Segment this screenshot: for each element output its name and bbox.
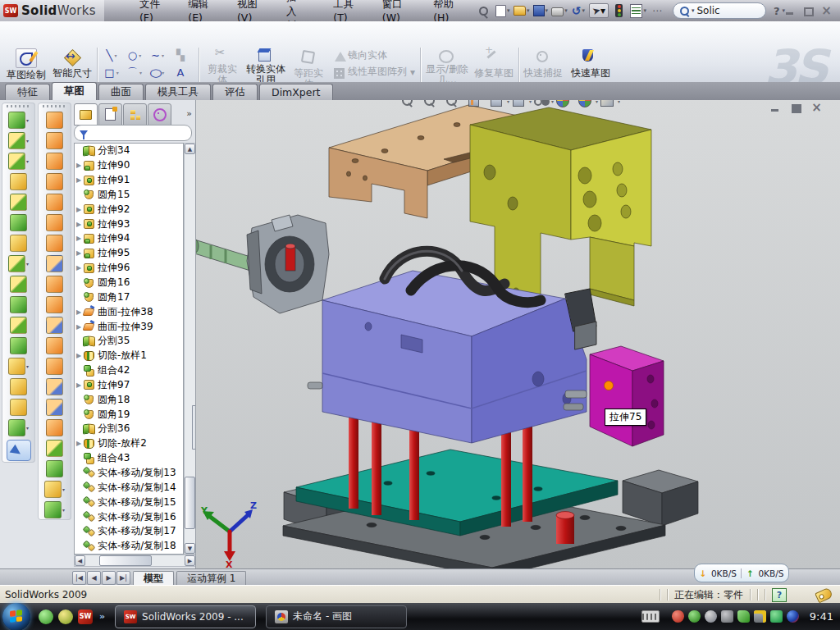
panel-tabs-overflow[interactable]: » bbox=[186, 108, 192, 119]
ribbon-tab[interactable]: 评估 bbox=[212, 84, 258, 100]
toolbar-button[interactable]: ▾ bbox=[38, 438, 71, 459]
ribbon-tab[interactable]: 模具工具 bbox=[145, 84, 211, 100]
toolbar-button[interactable]: ▾ bbox=[2, 233, 35, 253]
tree-item[interactable]: ▶ 拉伸93 bbox=[75, 217, 183, 231]
tree-item[interactable]: ▶ 圆角17 bbox=[75, 290, 183, 304]
toolbar-button[interactable]: ▾ bbox=[2, 315, 35, 336]
quick-tips-button[interactable]: ? bbox=[772, 588, 787, 602]
toolbar-button[interactable]: ▾ bbox=[38, 479, 71, 500]
toolbar-button[interactable]: ▾ bbox=[38, 500, 71, 520]
network-warning-tray-icon[interactable] bbox=[754, 610, 766, 623]
toolbar-button[interactable]: ▾ bbox=[38, 294, 71, 315]
messenger-status-tray-icon[interactable] bbox=[787, 610, 799, 623]
toolbar-button[interactable]: ▾ bbox=[2, 356, 35, 377]
tree-item[interactable]: ▶ 圆角15 bbox=[75, 188, 183, 203]
expander-icon[interactable]: ▶ bbox=[75, 440, 83, 447]
tree-item[interactable]: ▶ 拉伸96 bbox=[75, 261, 183, 276]
ribbon-tab[interactable]: DimXpert bbox=[259, 84, 333, 100]
tree-item[interactable]: ▶ 曲面-拉伸39 bbox=[75, 319, 183, 334]
toolbar-button[interactable]: ▾ bbox=[2, 151, 35, 171]
circle-icon[interactable]: ○▾ bbox=[123, 47, 146, 64]
spline-icon[interactable]: ∼▾ bbox=[146, 47, 169, 64]
menu-item[interactable]: 窗口(W) bbox=[368, 0, 419, 24]
close-button[interactable]: × bbox=[821, 7, 832, 16]
document-tab[interactable]: 模型 bbox=[133, 571, 174, 586]
undo-button[interactable]: ↺▾ bbox=[570, 3, 587, 18]
scroll-down-button[interactable]: ▼ bbox=[185, 543, 195, 554]
toolbar-button[interactable]: ▾ bbox=[38, 274, 71, 294]
update-tray-icon[interactable] bbox=[770, 610, 783, 623]
tree-item[interactable]: ▶ 实体-移动/复制14 bbox=[75, 480, 183, 495]
menu-item[interactable]: 文件(F) bbox=[126, 0, 174, 24]
tree-item[interactable]: ▶ 拉伸95 bbox=[75, 246, 183, 261]
print-button[interactable]: ▾ bbox=[551, 3, 568, 18]
toolbar-button[interactable]: ▾ bbox=[38, 356, 71, 377]
tree-horizontal-scrollbar[interactable]: ◀ ▶ bbox=[74, 555, 196, 567]
tree-filter-input[interactable] bbox=[74, 125, 192, 141]
open-button[interactable]: ▾ bbox=[514, 3, 530, 18]
tab-dimxpertmanager[interactable] bbox=[148, 103, 171, 126]
tree-item[interactable]: ▶ 实体-移动/复制18 bbox=[75, 539, 183, 554]
tree-item[interactable]: ▶ 圆角16 bbox=[75, 276, 183, 290]
line-icon[interactable]: ╲▾ bbox=[100, 47, 123, 64]
toolbar-button[interactable]: ▾ bbox=[38, 151, 71, 171]
tree-item[interactable]: ▶ 实体-移动/复制15 bbox=[75, 495, 183, 509]
expander-icon[interactable]: ▶ bbox=[75, 249, 83, 257]
toolbar-overflow-icon[interactable]: ⋯ bbox=[649, 3, 665, 18]
tree-item[interactable]: ▶ 分割35 bbox=[75, 334, 183, 349]
tree-item[interactable]: ▶ 拉伸90 bbox=[75, 158, 183, 173]
zoom-fit-icon[interactable] bbox=[399, 100, 416, 108]
menu-item[interactable]: 工具(T) bbox=[319, 0, 368, 24]
document-tab[interactable]: 运动算例 1 bbox=[176, 571, 246, 586]
toolbar-button[interactable]: ▾ bbox=[2, 192, 35, 212]
expander-icon[interactable]: ▶ bbox=[75, 176, 83, 184]
mirror-entities-button[interactable]: 镜向实体 bbox=[331, 48, 415, 63]
toolbar-button[interactable]: ▾ bbox=[2, 397, 35, 418]
input-method-icon[interactable] bbox=[641, 610, 660, 623]
toolbar-button[interactable]: ▾ bbox=[2, 418, 35, 438]
taskbar-window-button[interactable]: 未命名 - 画图 bbox=[266, 605, 407, 628]
expander-icon[interactable]: ▶ bbox=[75, 381, 83, 389]
toolbar-button[interactable]: ▾ bbox=[38, 110, 71, 130]
toolbar-button[interactable]: ▾ bbox=[38, 253, 71, 274]
graphics-viewport[interactable]: ▾ ▾ ▾ ▾ ▾ × 拉伸75 Y Z X bbox=[195, 100, 840, 568]
pattern-region-icon[interactable]: ▚ bbox=[169, 47, 192, 64]
tree-item[interactable]: ▶ 拉伸97 bbox=[75, 378, 183, 393]
toolbar-button[interactable]: ▾ bbox=[38, 130, 71, 151]
tree-item[interactable]: ▶ 拉伸91 bbox=[75, 173, 183, 188]
scroll-thumb[interactable] bbox=[99, 555, 152, 566]
view-orientation-icon[interactable]: ▾ bbox=[488, 100, 504, 108]
tree-item[interactable]: ▶ 拉伸94 bbox=[75, 231, 183, 246]
toolbar-button[interactable]: ▾ bbox=[38, 192, 71, 212]
quick-launch-app-icon[interactable] bbox=[58, 609, 73, 624]
toolbar-button[interactable]: ▾ bbox=[38, 336, 71, 356]
toolbar-button[interactable]: ▾ bbox=[38, 233, 71, 253]
search-dropdown-icon[interactable]: ▾ bbox=[692, 7, 695, 14]
tree-item[interactable]: ▶ 圆角18 bbox=[75, 392, 183, 407]
doc-close-button[interactable]: × bbox=[811, 103, 822, 112]
apply-scene-icon[interactable]: ▾ bbox=[577, 100, 593, 108]
scroll-left-button[interactable]: ◀ bbox=[75, 555, 85, 566]
expander-icon[interactable]: ▶ bbox=[75, 264, 83, 272]
toolbar-button[interactable]: ▾ bbox=[38, 377, 71, 397]
tab-propertymanager[interactable] bbox=[98, 103, 122, 126]
hide-show-items-icon[interactable]: ▾ bbox=[532, 100, 549, 108]
doc-minimize-button[interactable] bbox=[770, 103, 781, 112]
tab-featuremanager[interactable] bbox=[74, 103, 98, 126]
tree-item[interactable]: ▶ 组合43 bbox=[75, 451, 183, 466]
expander-icon[interactable]: ▶ bbox=[75, 352, 83, 359]
tag-icon[interactable] bbox=[815, 587, 833, 603]
toolbar-button[interactable]: ▾ bbox=[2, 294, 35, 315]
tree-item[interactable]: ▶ 圆角19 bbox=[75, 407, 183, 422]
doc-restore-button[interactable] bbox=[791, 103, 801, 112]
search-input[interactable]: ▾ Solic bbox=[673, 2, 766, 19]
tree-vertical-scrollbar[interactable]: ▲ ▼ bbox=[184, 143, 196, 555]
ribbon-tab[interactable]: 曲面 bbox=[98, 84, 144, 100]
toolbar-button[interactable]: ▾ bbox=[2, 110, 35, 130]
minimize-button[interactable] bbox=[785, 7, 796, 16]
toolbar-button[interactable]: ▾ bbox=[2, 253, 35, 274]
toolbar-button[interactable]: ▾ bbox=[2, 438, 35, 463]
tree-item[interactable]: ▶ 实体-移动/复制13 bbox=[75, 466, 183, 481]
rebuild-button[interactable] bbox=[611, 3, 628, 18]
solidworks-launcher-icon[interactable]: SW bbox=[78, 609, 93, 624]
